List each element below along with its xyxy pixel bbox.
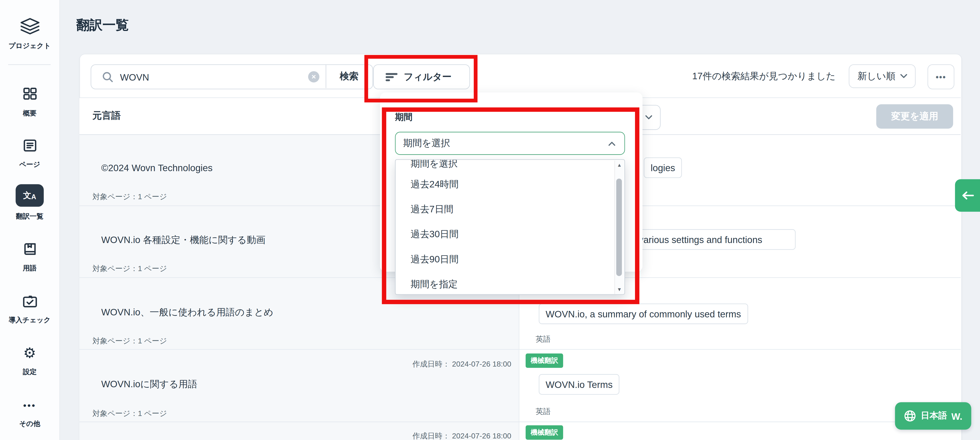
widget-language-label: 日本語 [921,410,947,422]
document-icon [22,138,37,153]
created-at: 作成日時： 2024-07-26 18:00 [412,431,511,440]
book-icon [22,242,37,257]
source-text: WOVN.io 各種設定・機能に関する動画 [101,234,266,246]
scrollbar-thumb[interactable] [616,179,622,276]
scroll-down-icon[interactable]: ▼ [615,287,624,292]
source-language-label: 元言語 [92,110,121,122]
option-select-period[interactable]: 期間を選択 [396,160,608,172]
grid-icon [22,86,37,101]
clipboard-check-icon [22,294,38,309]
clear-search-icon[interactable]: × [308,71,320,83]
source-text: WOVN.ioに関する用語 [101,378,197,390]
source-cell: 作成日時： 2024-07-26 18:00 WOVN.ioに関する用語 対象ペ… [79,349,519,422]
collapse-panel-button[interactable] [955,179,980,212]
sidebar-item-pages[interactable] [0,138,59,156]
wovn-language-switcher[interactable]: 日本語 W. [895,402,971,429]
layers-icon [19,17,41,35]
sidebar-item-translations[interactable]: 文A [16,184,44,207]
sidebar-label-glossary[interactable]: 用語 [0,264,59,273]
period-select[interactable]: 期間を選択 [395,132,625,155]
target-pages: 対象ページ：1 ページ [92,336,167,347]
search-group: × 検索 [91,64,373,89]
sidebar-item-settings[interactable]: ⚙ [0,345,59,360]
filter-icon [385,71,397,82]
target-language-label: 英語 [536,407,550,417]
app-viewport: プロジェクト 概要 ページ 文A 翻訳一覧 [0,0,980,440]
sidebar-label-settings[interactable]: 設定 [0,367,59,376]
target-pages: 対象ページ：1 ページ [92,192,167,202]
translation-tag[interactable]: WOVN.io Terms [539,374,620,395]
chevron-down-icon [900,74,908,79]
target-language-label: 英語 [536,334,550,345]
search-button[interactable]: 検索 [326,65,372,88]
more-actions-button[interactable]: ••• [928,64,955,89]
chevron-down-icon [645,115,652,120]
filter-button-label: フィルター [404,71,452,83]
option-last-24h[interactable]: 過去24時間 [396,172,608,197]
filter-button[interactable]: フィルター [373,64,470,89]
globe-icon [904,410,916,422]
arrow-left-icon [961,191,974,200]
chevron-up-icon [608,141,616,146]
sidebar-label-others[interactable]: その他 [0,419,59,429]
sidebar-label-overview[interactable]: 概要 [0,109,59,118]
table-row[interactable]: 作成日時： 2024-07-26 18:00 機械翻訳 [79,422,961,440]
period-section-label: 期間 [395,112,412,123]
target-pages: 対象ページ：1 ページ [92,408,167,419]
period-option-list: 期間を選択 過去24時間 過去7日間 過去30日間 過去90日間 期間を指定 ▲… [395,159,625,295]
sidebar-label-pages[interactable]: ページ [0,160,59,169]
option-custom-period[interactable]: 期間を指定 [396,272,608,295]
sidebar-item-setup-check[interactable] [0,294,59,312]
scroll-up-icon[interactable]: ▲ [615,162,624,168]
sidebar: プロジェクト 概要 ページ 文A 翻訳一覧 [0,0,60,440]
period-select-value: 期間を選択 [403,137,450,149]
translation-tag[interactable]: various settings and functions [632,229,795,250]
sort-dropdown[interactable]: 新しい順 [849,64,916,88]
sidebar-divider [8,64,51,65]
wovn-logo: W. [951,411,963,421]
machine-translation-badge: 機械翻訳 [526,425,563,440]
sidebar-item-overview[interactable] [0,86,59,104]
target-pages: 対象ページ：1 ページ [92,264,167,274]
translation-cell: 機械翻訳 [519,422,961,440]
source-text: WOVN.io、一般に使われる用語のまとめ [101,307,274,318]
option-last-90d[interactable]: 過去90日間 [396,246,608,272]
ellipsis-icon: ••• [935,72,946,81]
search-input[interactable] [119,66,302,88]
scrollbar[interactable]: ▲ ▼ [614,160,624,294]
translation-cell: 機械翻訳 WOVN.io Terms 英語 [519,349,961,422]
ellipsis-icon: ••• [23,400,36,410]
gear-icon: ⚙ [23,345,36,361]
page-title: 翻訳一覧 [76,16,129,34]
sidebar-item-project[interactable] [0,17,59,38]
sidebar-label-setup-check[interactable]: 導入チェック [0,315,59,325]
sort-label: 新しい順 [858,70,896,82]
option-last-7d[interactable]: 過去7日間 [396,197,608,222]
machine-translation-badge: 機械翻訳 [526,353,563,368]
sidebar-item-others[interactable]: ••• [0,400,59,410]
option-last-30d[interactable]: 過去30日間 [396,222,608,246]
translation-tag[interactable]: WOVN.io, a summary of commonly used term… [539,303,748,324]
created-at: 作成日時： 2024-07-26 18:00 [412,359,511,370]
source-cell: 作成日時： 2024-07-26 18:00 [79,422,519,440]
sidebar-label-translations[interactable]: 翻訳一覧 [0,212,59,221]
sidebar-item-glossary[interactable] [0,242,59,259]
translate-icon: 文A [23,190,36,201]
result-count: 17件の検索結果が見つかりました [692,71,836,83]
apply-changes-button[interactable]: 変更を適用 [876,104,953,129]
translation-tag[interactable]: logies [644,157,682,178]
search-icon [102,71,114,83]
table-row[interactable]: 作成日時： 2024-07-26 18:00 WOVN.ioに関する用語 対象ペ… [79,349,961,422]
sidebar-label-project[interactable]: プロジェクト [0,41,59,51]
source-text: ©2024 Wovn Technologies [101,162,213,173]
